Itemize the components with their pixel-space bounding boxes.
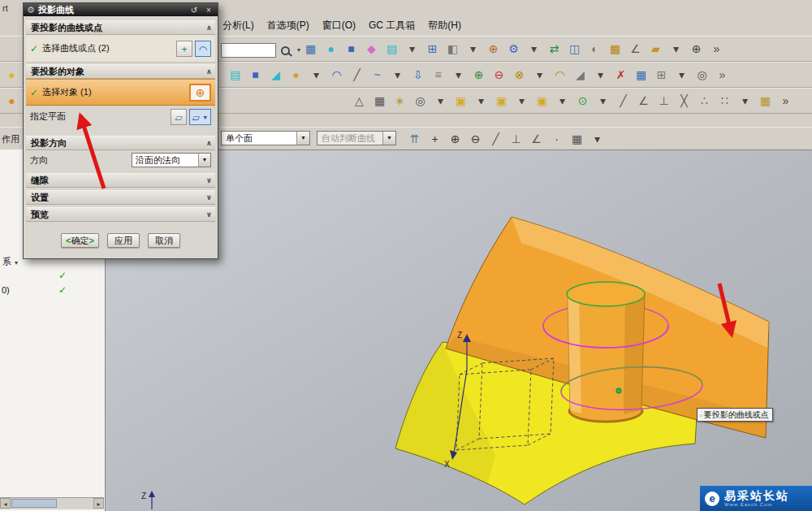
point-grid-icon[interactable]: ∷: [715, 91, 735, 110]
dialog-titlebar[interactable]: ⚙ 投影曲线 ↺ ×: [24, 3, 218, 16]
dropdown-icon[interactable]: ▾: [552, 91, 572, 110]
reuse-library-icon[interactable]: ●: [2, 65, 22, 84]
arc-tool-icon[interactable]: ◠: [326, 65, 347, 84]
move-handles-icon[interactable]: +: [425, 129, 445, 149]
angle-filter-icon[interactable]: ∠: [526, 129, 546, 149]
slash-filter-icon[interactable]: ╱: [486, 129, 506, 149]
dropdown-icon[interactable]: ▾: [529, 65, 550, 84]
expand-icon[interactable]: ∨: [206, 208, 212, 221]
star-point-icon[interactable]: ∗: [390, 91, 410, 110]
unite-icon[interactable]: ⊕: [469, 65, 489, 84]
delete-face-icon[interactable]: ✗: [611, 65, 631, 84]
triangle-tool-icon[interactable]: △: [349, 91, 369, 110]
section-objects-to-project-to[interactable]: 要投影的对象 ∧: [26, 64, 215, 79]
navigator-row[interactable]: 0) ✓: [0, 283, 105, 297]
chevron-down-icon[interactable]: ▼: [382, 132, 395, 145]
cancel-button[interactable]: 取消: [148, 233, 180, 248]
more-tools-icon[interactable]: »: [706, 39, 727, 58]
dropdown-icon[interactable]: ▾: [590, 65, 611, 84]
menu-window[interactable]: 窗口(O): [316, 18, 362, 32]
chevron-down-icon[interactable]: ▼: [202, 115, 208, 120]
dropdown-icon[interactable]: ▾: [430, 91, 451, 110]
expand-icon[interactable]: ∨: [206, 174, 212, 187]
solid-body-icon[interactable]: ■: [245, 65, 266, 84]
section-preview[interactable]: 预览 ∨: [26, 207, 215, 222]
horizontal-scrollbar[interactable]: ◂ ▸: [0, 497, 104, 509]
list-grid-icon[interactable]: ▦: [567, 129, 587, 149]
snap-up-icon[interactable]: ⇈: [404, 129, 425, 149]
chamfer-icon[interactable]: ◢: [570, 65, 590, 84]
sheet-body-icon[interactable]: ▤: [225, 65, 245, 84]
cross-lines-icon[interactable]: ╳: [674, 91, 694, 110]
dialog-reset-icon[interactable]: ↺: [188, 6, 200, 15]
dropdown-icon[interactable]: ▾: [471, 91, 491, 110]
dropdown-icon[interactable]: ▾: [387, 65, 408, 84]
point-dialog-button[interactable]: +: [176, 41, 192, 57]
dropdown-icon[interactable]: ▾: [448, 65, 469, 84]
dropdown-icon[interactable]: ▾: [15, 259, 18, 266]
datum-plane-icon[interactable]: ⊞: [651, 65, 672, 84]
apply-button[interactable]: 应用: [107, 233, 140, 248]
layer-settings-icon[interactable]: ▤: [382, 39, 402, 58]
search-icon[interactable]: [278, 41, 292, 60]
subtract-icon[interactable]: ⊖: [489, 65, 509, 84]
point-cluster-icon[interactable]: ∴: [694, 91, 715, 110]
table-tool-icon[interactable]: ▦: [369, 91, 390, 110]
dropdown-icon[interactable]: ▾: [672, 65, 692, 84]
perpendicular-icon[interactable]: ⊥: [654, 91, 674, 110]
menu-preferences[interactable]: 首选项(P): [261, 18, 316, 32]
chevron-down-icon[interactable]: ▼: [198, 154, 210, 167]
select-object-row[interactable]: ✓ 选择对象 (1) ⊕: [26, 79, 215, 106]
project-curve-icon[interactable]: ⇩: [408, 65, 428, 84]
hole-tool-icon[interactable]: ◎: [692, 65, 712, 84]
sphere-orange-icon[interactable]: ●: [286, 65, 306, 84]
dropdown-icon[interactable]: ▾: [524, 39, 544, 58]
intersect-icon[interactable]: ⊗: [509, 65, 529, 84]
datum-csys-icon[interactable]: ⊕: [483, 39, 503, 58]
plane-combo-button[interactable]: ▱ ▼: [189, 109, 211, 125]
dropdown-icon[interactable]: ▾: [402, 39, 422, 58]
pattern-feature-icon[interactable]: ▦: [631, 65, 651, 84]
zoom-in-icon[interactable]: ⊕: [445, 129, 465, 149]
collapse-icon[interactable]: ∧: [206, 65, 212, 78]
dropdown-icon[interactable]: ▾: [306, 65, 326, 84]
dropdown-icon[interactable]: ▾: [666, 39, 686, 58]
line-slash-icon[interactable]: ╱: [613, 91, 633, 110]
edge-blend-icon[interactable]: ◠: [550, 65, 570, 84]
point-filter-icon[interactable]: ·: [546, 129, 567, 149]
lock-constraint-icon[interactable]: ▣: [491, 91, 512, 110]
curve-rule-combo[interactable]: 自动判断曲线 ▼: [317, 131, 396, 145]
pattern-grid-icon[interactable]: ▦: [605, 39, 625, 58]
half-shade-icon[interactable]: ◐: [585, 39, 605, 58]
face-select-button[interactable]: ⊕: [189, 84, 211, 102]
section-curves-to-project[interactable]: 要投影的曲线或点 ∧: [26, 20, 215, 35]
ok-button[interactable]: <确定>: [61, 233, 99, 248]
scrollbar-thumb[interactable]: [11, 499, 57, 508]
link-icon[interactable]: ⊙: [572, 91, 593, 110]
orient-icon[interactable]: ∠: [625, 39, 646, 58]
scroll-left-icon[interactable]: ◂: [0, 498, 11, 509]
collapse-icon[interactable]: ∧: [206, 136, 212, 149]
snap-point-toggle-icon[interactable]: ▦: [300, 39, 321, 58]
shaded-display-icon[interactable]: ◧: [443, 39, 463, 58]
angle-icon[interactable]: ∠: [633, 91, 654, 110]
section-gap[interactable]: 缝隙 ∨: [26, 173, 215, 188]
dialog-gear-icon[interactable]: ⚙: [27, 5, 35, 15]
dropdown-icon[interactable]: ▾: [593, 91, 613, 110]
navigator-row[interactable]: ✓: [0, 268, 105, 283]
lock-constraint-icon[interactable]: ▣: [451, 91, 471, 110]
menu-gc-toolbox[interactable]: GC 工具箱: [362, 18, 421, 32]
menu-analysis[interactable]: 分析(L): [216, 18, 261, 32]
chevron-down-icon[interactable]: ▼: [296, 132, 309, 145]
dropdown-icon[interactable]: ▾: [463, 39, 483, 58]
section-projection-direction[interactable]: 投影方向 ∧: [26, 136, 215, 150]
direction-combo[interactable]: 沿面的法向 ▼: [132, 153, 211, 167]
dropdown-icon[interactable]: ▾: [587, 129, 607, 149]
target-point-icon[interactable]: ⊕: [686, 39, 706, 58]
plane-dialog-button[interactable]: ▱: [171, 109, 187, 125]
window-tile-icon[interactable]: ⊞: [422, 39, 443, 58]
dropdown-icon[interactable]: ▾: [735, 91, 755, 110]
more-tools-icon[interactable]: »: [775, 91, 796, 110]
section-settings[interactable]: 设置 ∨: [26, 190, 215, 205]
specify-plane-row[interactable]: 指定平面 ▱ ▱ ▼: [26, 106, 215, 128]
